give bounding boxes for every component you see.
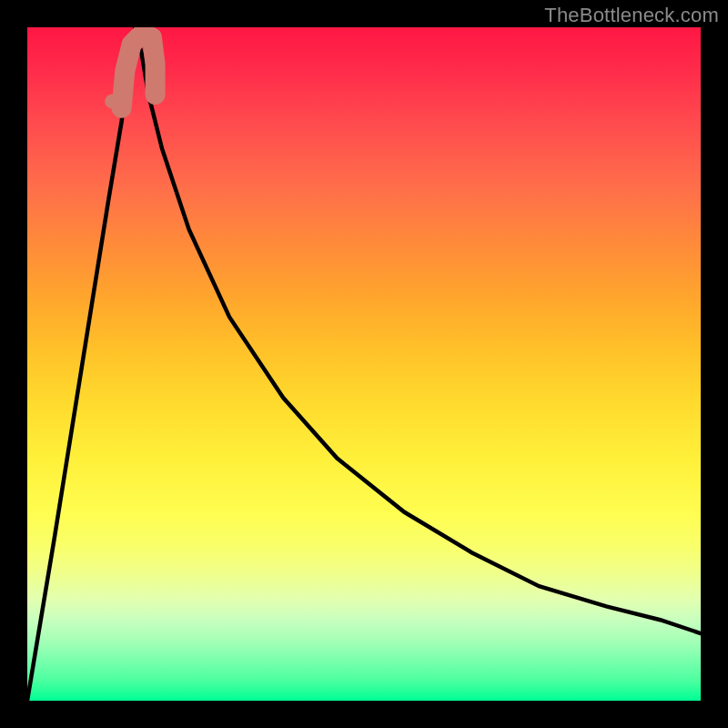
marker-dot — [105, 94, 119, 108]
highlight-marker — [27, 27, 701, 701]
j-mark — [122, 34, 156, 107]
watermark-text: TheBottleneck.com — [544, 4, 719, 27]
plot-area — [27, 27, 701, 701]
chart-frame: TheBottleneck.com — [0, 0, 728, 728]
